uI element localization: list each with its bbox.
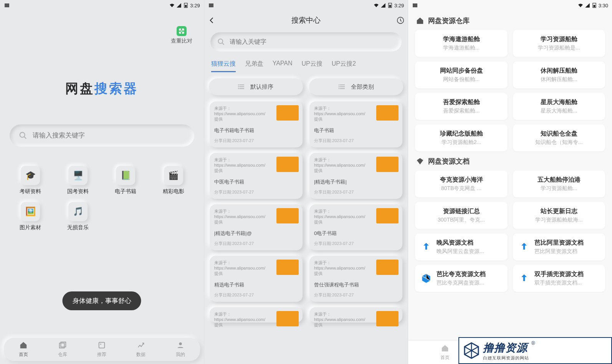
repo-card[interactable]: 吾爱探索船舱吾爱探索船舱...: [415, 93, 507, 120]
signal-icon: [176, 3, 182, 8]
result-date: 分享日期:2023-07-27: [314, 189, 398, 195]
source-tab[interactable]: 兄弟盘: [245, 60, 263, 72]
category-item[interactable]: 🎬精彩电影: [152, 166, 195, 195]
compare-icon: [177, 26, 187, 36]
tab-item[interactable]: 推荐: [97, 341, 106, 358]
tab-item[interactable]: 数据: [136, 341, 146, 358]
svg-line-4: [24, 137, 26, 139]
repo-card[interactable]: 知识船仓全盘知识船仓（知海专...: [513, 124, 605, 151]
result-card[interactable]: 来源于：https://www.alipansou.com/提供 曾仕强课程电子…: [309, 256, 402, 302]
repo-title: 站长更新日志: [518, 207, 600, 215]
result-card[interactable]: 来源于：https://www.alipansou.com/提供 精选电子书籍 …: [210, 256, 303, 302]
category-item[interactable]: 🎓考研资料: [8, 166, 52, 195]
category-label: 国考资料: [56, 188, 100, 195]
repo-card[interactable]: 双手插兜资源文档双手插兜资源文档...: [513, 265, 605, 292]
tab-item[interactable]: 我的: [176, 341, 185, 358]
result-card[interactable]: 来源于：https://www.alipansou.com/提供 电子书籍电子书…: [210, 101, 303, 147]
repo-card[interactable]: 学习资源船舱学习资源船舱是...: [513, 30, 605, 57]
result-source: 来源于：https://www.alipansou.com/提供: [214, 312, 256, 328]
result-card[interactable]: 来源于：https://www.alipansou.com/提供 电子书籍 分享…: [309, 101, 402, 147]
sort-filter[interactable]: 默认排序: [209, 78, 303, 95]
result-card[interactable]: 来源于：https://www.alipansou.com/提供 |精选电子书籍…: [210, 204, 303, 250]
compare-button[interactable]: 查重比对: [171, 26, 192, 45]
page-header: 搜索中心: [204, 11, 408, 30]
result-card[interactable]: 来源于：https://www.alipansou.com/提供 中医电子书籍 …: [210, 153, 303, 199]
repo-card[interactable]: 休闲解压船舱休闲解压船舱...: [513, 61, 605, 88]
repo-card[interactable]: 晚风资源文档晚风阿里云盘资源...: [415, 233, 507, 260]
category-item[interactable]: 📗电子书籍: [104, 166, 147, 195]
result-card[interactable]: 来源于：https://www.alipansou.com/提供: [309, 307, 402, 323]
tab-item[interactable]: 首页: [19, 341, 28, 358]
result-thumbnail: [276, 105, 299, 121]
repo-card[interactable]: 芭比阿里资源文档芭比阿里资源文档: [513, 233, 605, 260]
house-icon: [416, 17, 424, 25]
repo-title: 夸克资源小海洋: [420, 176, 503, 184]
svg-rect-2: [185, 5, 187, 7]
svg-point-9: [179, 342, 182, 345]
tab-label: 我的: [176, 351, 185, 358]
result-card[interactable]: 来源于：https://www.alipansou.com/提供 0电子书籍 分…: [309, 204, 402, 250]
toast-message: 身体健康，事事舒心: [63, 291, 141, 310]
back-button[interactable]: [206, 15, 217, 26]
repo-card[interactable]: 芭比夸克资源文档芭比夸克网盘资源...: [415, 265, 507, 292]
source-tab[interactable]: 猫狸云搜: [211, 60, 236, 72]
repo-card[interactable]: 学海遨游船舱学海遨游船舱...: [415, 30, 507, 57]
category-label: 考研资料: [8, 188, 52, 195]
status-bar: 3:29: [204, 0, 408, 11]
repo-title: 双手插兜资源文档: [534, 270, 600, 278]
category-icon: 🎬: [164, 166, 183, 185]
result-card[interactable]: 来源于：https://www.alipansou.com/提供: [210, 307, 303, 323]
repo-subtitle: 学习资源船舱航海...: [518, 217, 600, 223]
result-title: 电子书籍: [314, 127, 398, 134]
search-input[interactable]: [10, 124, 194, 147]
repo-subtitle: 休闲解压船舱...: [518, 76, 600, 83]
repo-card[interactable]: 站长更新日志学习资源船舱航海...: [513, 202, 605, 229]
category-icon: 🖥️: [68, 166, 88, 185]
battery-icon: [387, 3, 393, 8]
repo-subtitle: 晚风阿里云盘资源...: [437, 248, 503, 255]
result-title: 中医电子书籍: [214, 179, 298, 185]
search-icon: [19, 131, 27, 140]
notification-icon: [412, 3, 420, 8]
svg-point-8: [100, 344, 101, 345]
svg-point-21: [238, 88, 239, 89]
tab-item[interactable]: 首页: [440, 344, 450, 361]
type-filter[interactable]: 全部类别: [309, 78, 403, 95]
list-icon: [339, 84, 345, 89]
category-icon: 📗: [116, 166, 135, 185]
svg-rect-30: [593, 5, 595, 7]
repo-card[interactable]: 珍藏纪念版船舱学习资源船舱2...: [415, 124, 507, 151]
category-label: 精彩电影: [152, 188, 195, 195]
source-tab[interactable]: UP云搜2: [332, 60, 356, 72]
list-icon: [238, 84, 244, 89]
category-item[interactable]: 🖥️国考资料: [56, 166, 100, 195]
repo-card[interactable]: 星辰大海船舱星辰大海船舱...: [513, 93, 605, 120]
svg-rect-28: [413, 3, 417, 7]
repo-card[interactable]: 五大船舱停泊港学习资源船舱...: [513, 170, 605, 197]
repo-card[interactable]: 资源链接汇总300TB阿里、夸克...: [415, 202, 507, 229]
status-bar: 3:30: [408, 0, 612, 11]
result-date: 分享日期:2023-07-27: [214, 189, 298, 195]
tab-icon: [176, 341, 185, 349]
repo-title: 资源链接汇总: [420, 207, 503, 215]
repo-subtitle: 吾爱探索船舱...: [420, 108, 503, 114]
source-tabs: 猫狸云搜兄弟盘YAPANUP云搜UP云搜2: [204, 51, 408, 74]
signal-icon: [380, 3, 386, 8]
category-icon: 🎓: [21, 166, 40, 185]
repo-subtitle: 星辰大海船舱...: [518, 108, 600, 114]
source-tab[interactable]: UP云搜: [302, 60, 323, 72]
repo-card[interactable]: 网站同步备份盘网站备份船舱...: [415, 61, 507, 88]
tab-item[interactable]: 仓库: [58, 341, 67, 358]
result-card[interactable]: 来源于：https://www.alipansou.com/提供 |精选电子书籍…: [309, 153, 402, 199]
history-button[interactable]: [395, 15, 406, 26]
source-tab[interactable]: YAPAN: [273, 60, 293, 72]
category-item[interactable]: 🖼️图片素材: [8, 202, 52, 231]
category-item[interactable]: 🎵无损音乐: [56, 202, 100, 231]
repo-card[interactable]: 夸克资源小海洋80TB夸克网盘 ...: [415, 170, 507, 197]
repo-title: 芭比夸克资源文档: [437, 270, 503, 278]
result-title: 0电子书籍: [314, 230, 398, 237]
repo-subtitle: 双手插兜资源文档...: [534, 280, 600, 286]
repo-title: 知识船仓全盘: [518, 130, 600, 138]
watermark: 撸撸资源 白嫖互联网资源的网站 ®: [458, 337, 612, 364]
search-input[interactable]: [210, 32, 402, 51]
